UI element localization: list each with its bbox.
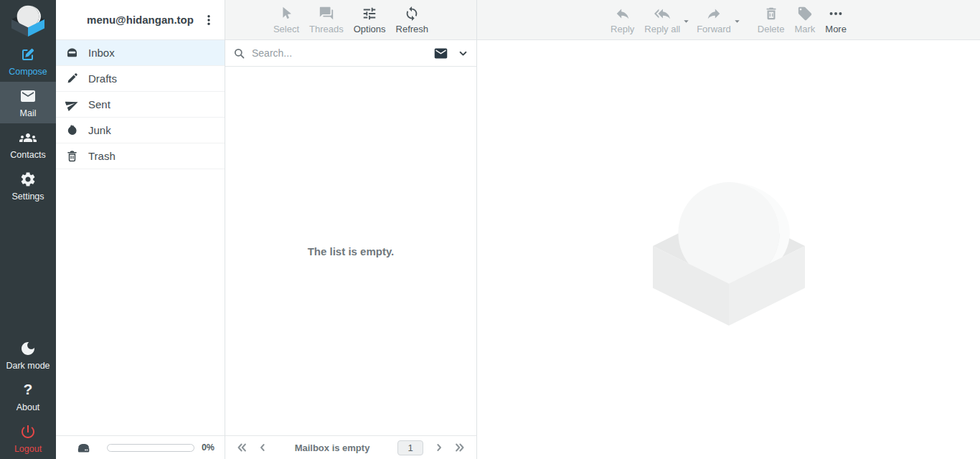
- content-body: [477, 40, 980, 459]
- quota-percent: 0%: [202, 443, 215, 453]
- moon-icon: [19, 340, 37, 357]
- caret-down-icon: [733, 17, 741, 25]
- next-page-button[interactable]: [430, 440, 448, 455]
- sidebar-item-label: Dark mode: [6, 361, 50, 371]
- tag-icon: [797, 6, 813, 22]
- app-logo[interactable]: [0, 0, 56, 40]
- sidebar-item-logout[interactable]: Logout: [0, 417, 56, 459]
- quota-progress-bar: [107, 444, 194, 452]
- roundcube-watermark: [653, 174, 805, 326]
- chevron-right-icon: [433, 442, 445, 453]
- folder-item-sent[interactable]: Sent: [56, 92, 225, 118]
- sidebar-item-mail[interactable]: Mail: [0, 82, 56, 123]
- toolbar-button-label: Threads: [309, 24, 344, 34]
- toolbar-button-label: Delete: [758, 24, 785, 34]
- previous-page-button[interactable]: [254, 440, 271, 455]
- inbox-icon: [65, 46, 79, 60]
- search-icon: [232, 47, 246, 60]
- sidebar-item-label: About: [17, 402, 40, 412]
- message-toolbar: Reply Reply all Forward: [477, 0, 980, 40]
- pagination-status: Mailbox is empty: [274, 443, 390, 453]
- pencil-icon: [65, 72, 79, 85]
- trash-icon: [65, 149, 79, 163]
- sidebar-item-label: Compose: [9, 67, 47, 77]
- mark-button[interactable]: Mark: [789, 6, 820, 34]
- reply-button[interactable]: Reply: [606, 6, 639, 34]
- mail-icon: [19, 87, 37, 105]
- folder-label: Junk: [88, 124, 111, 136]
- forward-icon: [706, 6, 722, 22]
- folder-label: Drafts: [88, 72, 117, 85]
- account-menu-button[interactable]: [199, 10, 219, 30]
- folder-item-trash[interactable]: Trash: [56, 143, 225, 169]
- contacts-icon: [19, 129, 37, 146]
- last-page-button[interactable]: [451, 440, 469, 455]
- question-mark-icon: ?: [24, 382, 33, 399]
- select-button[interactable]: Select: [268, 6, 304, 34]
- list-toolbar: Select Threads Options Refresh: [225, 0, 476, 40]
- folder-label: Sent: [88, 98, 110, 110]
- folder-item-inbox[interactable]: Inbox: [56, 40, 225, 66]
- options-button[interactable]: Options: [349, 6, 391, 34]
- sidebar-spacer: [0, 207, 56, 334]
- folder-item-junk[interactable]: Junk: [56, 118, 225, 143]
- paper-plane-icon: [65, 98, 79, 111]
- content-panel: Reply Reply all Forward: [477, 0, 980, 459]
- forward-group: Forward: [692, 6, 743, 34]
- toolbar-button-label: Select: [273, 24, 299, 34]
- settings-gear-icon: [19, 171, 37, 188]
- search-input[interactable]: [252, 47, 426, 59]
- chevron-down-icon: [457, 47, 469, 60]
- search-options-caret-button[interactable]: [456, 46, 471, 61]
- search-scope-envelope-icon: [433, 46, 448, 61]
- sidebar-item-label: Contacts: [10, 150, 45, 160]
- caret-down-icon: [682, 17, 690, 25]
- list-pagination: Mailbox is empty: [225, 435, 476, 459]
- reply-all-icon: [654, 6, 670, 22]
- sidebar-item-dark-mode[interactable]: Dark mode: [0, 334, 56, 376]
- message-list-panel: Select Threads Options Refresh: [225, 0, 477, 459]
- more-dots-icon: [828, 6, 844, 22]
- toolbar-button-label: Reply: [611, 24, 634, 34]
- sidebar-item-label: Logout: [14, 444, 42, 454]
- reply-all-menu-caret[interactable]: [682, 17, 690, 25]
- app-sidebar: Compose Mail Contacts Settings Dark mode…: [0, 0, 56, 459]
- toolbar-button-label: More: [825, 24, 847, 34]
- cursor-select-icon: [278, 6, 294, 22]
- sidebar-item-about[interactable]: ? About: [0, 376, 56, 417]
- compose-icon: [19, 46, 37, 63]
- sidebar-item-compose[interactable]: Compose: [0, 40, 56, 82]
- reply-all-group: Reply all: [639, 6, 692, 34]
- sidebar-item-settings[interactable]: Settings: [0, 165, 56, 207]
- account-header: menu@hidangan.top: [56, 0, 225, 40]
- toolbar-button-label: Reply all: [644, 24, 680, 34]
- sidebar-item-label: Mail: [20, 108, 37, 118]
- threads-button[interactable]: Threads: [304, 6, 349, 34]
- page-number-input[interactable]: [397, 440, 423, 455]
- toolbar-button-label: Forward: [697, 24, 731, 34]
- double-chevron-left-icon: [235, 441, 248, 454]
- search-scope-button[interactable]: [432, 44, 450, 62]
- folder-item-drafts[interactable]: Drafts: [56, 66, 225, 92]
- first-page-button[interactable]: [232, 440, 251, 455]
- refresh-icon: [404, 6, 420, 22]
- folders-panel: menu@hidangan.top Inbox Drafts Sent: [56, 0, 225, 459]
- reply-icon: [615, 6, 631, 22]
- chevron-left-icon: [257, 442, 268, 453]
- forward-menu-caret[interactable]: [733, 17, 741, 25]
- empty-list-message: The list is empty.: [308, 245, 395, 257]
- folder-label: Trash: [88, 150, 116, 162]
- toolbar-button-label: Options: [354, 24, 386, 34]
- message-list-body: The list is empty.: [225, 67, 476, 435]
- options-sliders-icon: [362, 6, 377, 22]
- delete-button[interactable]: Delete: [753, 6, 790, 34]
- storage-disk-icon: [75, 439, 92, 456]
- reply-all-button[interactable]: Reply all: [639, 6, 685, 34]
- refresh-button[interactable]: Refresh: [391, 6, 434, 34]
- flame-icon: [65, 123, 79, 137]
- delete-trash-icon: [763, 6, 779, 22]
- forward-button[interactable]: Forward: [692, 6, 736, 34]
- more-button[interactable]: More: [820, 6, 852, 34]
- double-chevron-right-icon: [453, 441, 466, 454]
- sidebar-item-contacts[interactable]: Contacts: [0, 123, 56, 165]
